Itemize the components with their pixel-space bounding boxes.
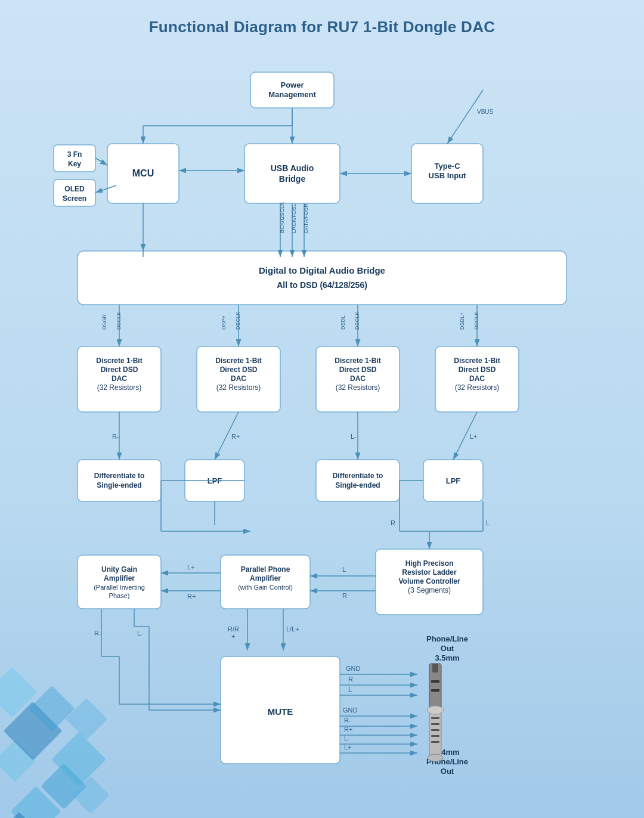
svg-text:L+: L+ [470, 433, 478, 440]
svg-text:R-: R- [94, 630, 101, 637]
svg-text:Volume Controller: Volume Controller [398, 577, 460, 585]
svg-text:L-: L- [344, 735, 350, 742]
diagram-svg: Power Management MCU USB Audio Bridge Ty… [24, 54, 620, 817]
svg-text:(3 Segments): (3 Segments) [408, 586, 451, 594]
svg-text:L/L+: L/L+ [286, 625, 299, 633]
svg-text:BCK/I2SCLK: BCK/I2SCLK [279, 202, 285, 233]
svg-text:High Precison: High Precison [405, 559, 454, 568]
svg-text:3.5mm: 3.5mm [435, 653, 459, 662]
svg-text:USB Input: USB Input [429, 171, 466, 180]
svg-text:Discrete 1-Bit: Discrete 1-Bit [454, 357, 500, 365]
svg-text:R: R [348, 676, 353, 683]
svg-text:MUTE: MUTE [268, 707, 293, 717]
svg-text:DAC: DAC [469, 374, 485, 383]
svg-text:R+: R+ [187, 593, 196, 600]
svg-text:R: R [391, 519, 395, 526]
svg-text:DATA/FDSR: DATA/FDSR [303, 203, 309, 233]
svg-text:GND: GND [346, 665, 361, 672]
svg-text:Digital to Digital Audio Bridg: Digital to Digital Audio Bridge [259, 265, 385, 275]
svg-rect-85 [432, 664, 438, 673]
svg-text:MCU: MCU [132, 168, 154, 178]
svg-point-90 [427, 706, 444, 714]
svg-text:Amplifier: Amplifier [250, 574, 281, 582]
svg-text:USB Audio: USB Audio [271, 163, 314, 173]
svg-text:DAC: DAC [112, 374, 127, 383]
svg-text:Phase): Phase) [109, 592, 130, 599]
svg-text:VBUS: VBUS [477, 109, 494, 115]
svg-text:Direct DSD: Direct DSD [220, 365, 258, 374]
svg-text:L: L [348, 686, 352, 693]
svg-text:R: R [342, 592, 347, 599]
svg-text:Resistor Ladder: Resistor Ladder [402, 568, 457, 577]
svg-text:Direct DSD: Direct DSD [339, 365, 377, 374]
svg-text:DSCLK: DSCLK [473, 312, 479, 330]
svg-point-96 [428, 754, 443, 761]
svg-rect-17 [244, 144, 340, 203]
svg-text:Direct DSD: Direct DSD [101, 365, 138, 374]
svg-text:Out: Out [441, 767, 454, 776]
svg-line-97 [447, 90, 483, 144]
svg-text:L-: L- [137, 630, 143, 637]
svg-rect-87 [431, 689, 439, 692]
svg-text:DSDL+: DSDL+ [459, 312, 465, 330]
svg-text:Single-ended: Single-ended [97, 481, 141, 489]
svg-text:LRCK/FDSL: LRCK/FDSL [291, 203, 297, 233]
main-container: Functional Diagram for RU7 1-Bit Dongle … [0, 0, 644, 818]
svg-text:Differentiate to: Differentiate to [333, 472, 383, 480]
svg-text:L+: L+ [187, 563, 195, 571]
svg-text:(with Gain Control): (with Gain Control) [238, 584, 293, 591]
svg-text:L: L [342, 566, 346, 573]
svg-text:OLED: OLED [64, 185, 85, 193]
svg-rect-52 [78, 460, 161, 501]
svg-text:R+: R+ [231, 433, 240, 440]
svg-text:(Parallel Inverting: (Parallel Inverting [94, 584, 145, 591]
svg-text:Management: Management [268, 90, 316, 99]
svg-text:DSCLK: DSCLK [116, 312, 122, 330]
svg-text:LPF: LPF [446, 476, 461, 485]
svg-text:Amplifier: Amplifier [104, 574, 135, 582]
svg-text:Type-C: Type-C [434, 162, 460, 171]
svg-text:3 Fn: 3 Fn [67, 150, 82, 159]
svg-rect-95 [431, 741, 439, 743]
page-title: Functional Diagram for RU7 1-Bit Dongle … [24, 18, 620, 36]
svg-rect-94 [431, 735, 439, 737]
svg-text:Out: Out [441, 644, 454, 653]
svg-text:Screen: Screen [63, 194, 86, 203]
svg-text:Parallel Phone: Parallel Phone [241, 565, 290, 574]
svg-rect-93 [431, 729, 439, 731]
svg-text:Discrete 1-Bit: Discrete 1-Bit [215, 357, 261, 365]
svg-text:DSGR: DSGR [101, 314, 107, 330]
svg-rect-91 [431, 717, 439, 719]
svg-text:Key: Key [68, 160, 81, 168]
svg-text:DSCLK: DSCLK [235, 312, 241, 330]
svg-text:Discrete 1-Bit: Discrete 1-Bit [96, 357, 142, 365]
svg-text:(32 Resistors): (32 Resistors) [216, 383, 261, 392]
svg-text:Power: Power [280, 80, 304, 89]
svg-text:Discrete 1-Bit: Discrete 1-Bit [335, 357, 380, 365]
svg-text:Bridge: Bridge [279, 174, 306, 184]
svg-text:Direct DSD: Direct DSD [459, 365, 496, 374]
svg-text:GND: GND [343, 707, 358, 714]
svg-rect-57 [316, 460, 400, 501]
svg-text:L: L [486, 519, 490, 526]
svg-text:Phone/Line: Phone/Line [426, 634, 468, 643]
svg-text:Differentiate to: Differentiate to [94, 472, 145, 480]
svg-text:Unity Gain: Unity Gain [101, 565, 137, 574]
svg-text:DAC: DAC [350, 374, 366, 383]
svg-text:DAC: DAC [231, 374, 246, 383]
svg-text:R/R: R/R [228, 625, 239, 633]
svg-line-103 [95, 158, 107, 165]
svg-text:R-: R- [344, 717, 351, 724]
svg-text:R-: R- [112, 433, 119, 440]
svg-text:DSCLK: DSCLK [354, 312, 360, 330]
svg-text:R+: R+ [344, 726, 352, 733]
svg-text:(32 Resistors): (32 Resistors) [336, 383, 380, 392]
svg-text:DSP+: DSP+ [221, 315, 227, 330]
svg-text:DSDL: DSDL [340, 315, 346, 330]
svg-text:+: + [231, 633, 235, 640]
svg-text:L-: L- [351, 433, 357, 440]
svg-text:(32 Resistors): (32 Resistors) [455, 383, 500, 392]
svg-rect-29 [78, 251, 566, 305]
svg-rect-92 [431, 723, 439, 725]
svg-text:All to DSD (64/128/256): All to DSD (64/128/256) [277, 280, 367, 290]
